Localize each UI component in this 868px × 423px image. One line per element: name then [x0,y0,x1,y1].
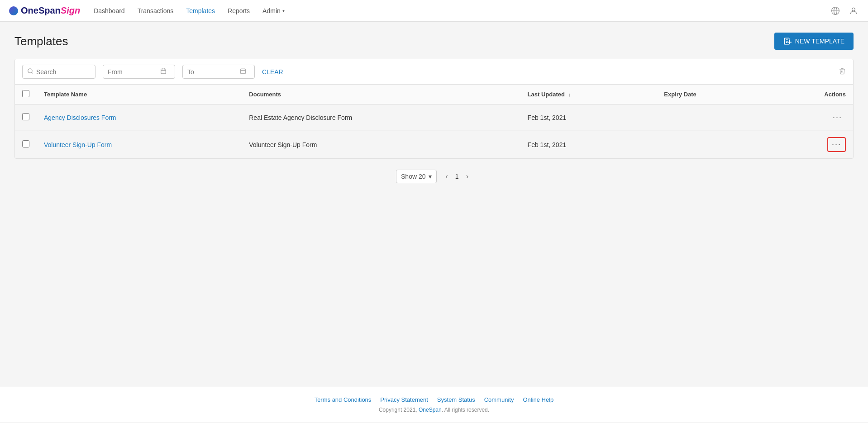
row-1-checkbox[interactable] [22,113,29,120]
svg-line-11 [32,72,33,74]
filters-row: CLEAR [15,59,853,85]
search-wrapper [22,65,95,79]
logo[interactable]: OneSpanSign [9,5,80,16]
current-page: 1 [455,173,459,180]
nav-reports[interactable]: Reports [228,7,250,14]
row-1-name-link[interactable]: Agency Disclosures Form [44,114,116,121]
table-row: Agency Disclosures Form Real Estate Agen… [15,105,853,131]
chevron-down-icon: ▾ [282,8,285,13]
filters-table-wrapper: CLEAR [14,59,854,159]
select-all-checkbox[interactable] [22,90,29,97]
select-all-col [15,85,37,105]
page-nav: ‹ 1 › [442,171,472,182]
to-calendar-icon[interactable] [240,68,246,76]
row-2-more-button[interactable]: ··· [827,137,846,152]
footer-copyright: Copyright 2021, OneSpan. All rights rese… [9,407,859,413]
row-1-more-button[interactable]: ··· [829,111,846,124]
logo-onespan: OneSpan [21,5,61,15]
user-icon[interactable] [848,5,859,16]
nav-dashboard[interactable]: Dashboard [94,7,125,14]
prev-page-button[interactable]: ‹ [442,171,452,182]
row-1-checkbox-cell [15,105,37,131]
footer-privacy[interactable]: Privacy Statement [380,396,428,403]
documents-col-header: Documents [242,85,520,105]
row-1-name: Agency Disclosures Form [37,105,242,131]
pagination: Show 20 ▾ ‹ 1 › [14,159,854,194]
page-title: Templates [14,34,68,48]
main-content: Templates NEW TEMPLATE [0,22,868,387]
new-template-icon [783,37,792,45]
search-icon [27,68,33,76]
row-1-documents: Real Estate Agency Disclosure Form [242,105,520,131]
nav-transactions[interactable]: Transactions [138,7,174,14]
footer-links: Terms and Conditions Privacy Statement S… [9,396,859,403]
row-2-last-updated: Feb 1st, 2021 [520,131,657,159]
templates-table: Template Name Documents Last Updated ↓ E… [15,85,853,158]
search-input[interactable] [36,68,91,76]
new-template-label: NEW TEMPLATE [795,38,844,45]
next-page-button[interactable]: › [463,171,472,182]
nav-templates[interactable]: Templates [186,7,215,14]
show-label: Show 20 [401,173,425,180]
svg-rect-12 [161,69,166,74]
from-calendar-icon[interactable] [160,68,167,76]
row-2-checkbox[interactable] [22,140,29,147]
row-1-actions: ··· [768,105,853,131]
footer: Terms and Conditions Privacy Statement S… [0,387,868,422]
last-updated-col-header: Last Updated ↓ [520,85,657,105]
from-date-input[interactable] [108,68,157,76]
row-2-name: Volunteer Sign-Up Form [37,131,242,159]
footer-brand: OneSpan [419,407,442,413]
from-date-wrapper [103,65,175,79]
actions-col-header: Actions [768,85,853,105]
nav-right [830,5,859,16]
to-date-input[interactable] [187,68,237,76]
row-2-expiry-date [657,131,768,159]
show-chevron-icon: ▾ [429,173,432,180]
row-2-name-link[interactable]: Volunteer Sign-Up Form [44,141,112,148]
footer-terms[interactable]: Terms and Conditions [315,396,372,403]
footer-online-help[interactable]: Online Help [523,396,553,403]
row-2-actions: ··· [768,131,853,159]
row-1-last-updated: Feb 1st, 2021 [520,105,657,131]
template-name-col-header: Template Name [37,85,242,105]
page-header: Templates NEW TEMPLATE [14,33,854,50]
svg-point-10 [28,69,32,73]
new-template-button[interactable]: NEW TEMPLATE [774,33,854,50]
expiry-date-col-header: Expiry Date [657,85,768,105]
nav-admin-label: Admin [262,7,281,14]
globe-icon[interactable] [830,5,841,16]
footer-community[interactable]: Community [484,396,514,403]
row-1-expiry-date [657,105,768,131]
logo-circle [9,6,18,15]
nav-admin[interactable]: Admin ▾ [262,7,285,14]
row-2-documents: Volunteer Sign-Up Form [242,131,520,159]
clear-button[interactable]: CLEAR [262,68,283,76]
nav-links: Dashboard Transactions Templates Reports… [94,7,830,14]
table-row: Volunteer Sign-Up Form Volunteer Sign-Up… [15,131,853,159]
delete-icon[interactable] [839,68,846,76]
sort-icon: ↓ [568,92,571,97]
svg-point-3 [852,8,855,11]
row-2-checkbox-cell [15,131,37,159]
logo-sign: Sign [61,5,80,15]
navigation: OneSpanSign Dashboard Transactions Templ… [0,0,868,22]
footer-system-status[interactable]: System Status [437,396,475,403]
svg-rect-16 [241,69,246,74]
show-select[interactable]: Show 20 ▾ [396,170,436,183]
to-date-wrapper [182,65,255,79]
